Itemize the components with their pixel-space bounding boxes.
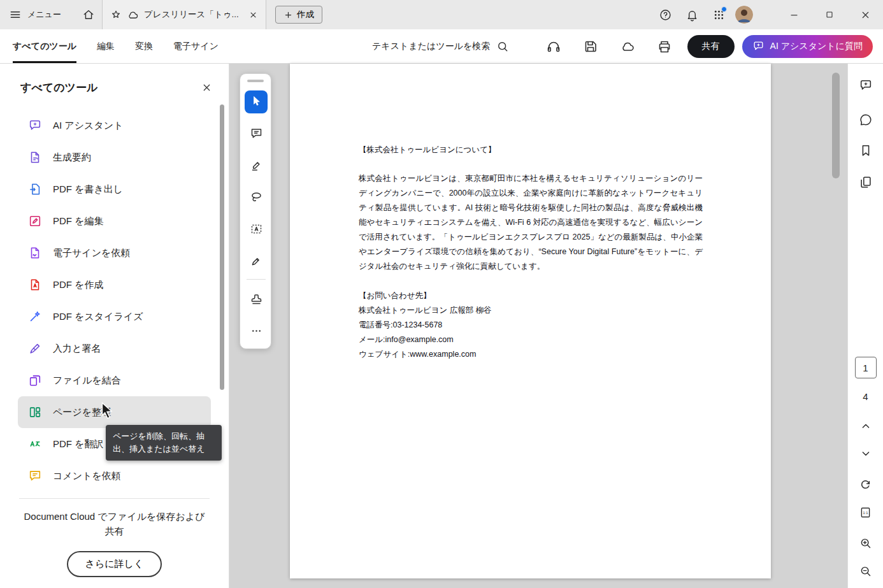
window-controls (776, 0, 883, 29)
current-page-value: 1 (863, 362, 868, 373)
panel-close-button[interactable] (197, 78, 216, 97)
toolbar-drag-handle[interactable] (247, 80, 264, 82)
print-button[interactable] (656, 38, 673, 55)
sign-tool-button[interactable] (245, 250, 268, 273)
tab-edit[interactable]: 編集 (97, 29, 115, 63)
minimize-button[interactable] (776, 0, 812, 29)
zoom-out-button[interactable] (854, 560, 878, 584)
tools-item-edit-pdf[interactable]: PDF を編集 (18, 205, 211, 237)
learn-more-button[interactable]: さらに詳しく (67, 551, 162, 577)
tools-item-create-pdf[interactable]: PDF を作成 (18, 269, 211, 301)
add-text-tool-button[interactable] (245, 219, 268, 241)
translate-pdf-icon (28, 437, 42, 451)
tools-item-generative-summary[interactable]: 生成要約 (18, 141, 211, 173)
panel-scrollbar-thumb[interactable] (220, 104, 224, 390)
export-pdf-icon (28, 182, 42, 196)
lasso-icon (250, 190, 263, 206)
ai-assistant-panel-button[interactable] (854, 74, 878, 98)
edit-pdf-icon (28, 214, 42, 228)
tool-item-label: PDF を書き出し (53, 183, 123, 196)
tab-esign[interactable]: 電子サイン (173, 29, 219, 63)
home-button[interactable] (79, 5, 98, 24)
menu-button[interactable]: メニュー (9, 0, 61, 29)
search-icon (496, 40, 509, 53)
tab-close-button[interactable] (245, 7, 261, 22)
contact-heading: 【お問い合わせ先】 (359, 289, 703, 303)
pages-icon (859, 175, 873, 191)
share-button-label: 共有 (702, 41, 720, 52)
actual-size-icon: 1:1 (859, 506, 872, 521)
document-scrollbar-thumb[interactable] (832, 73, 840, 178)
comment-tool-button[interactable] (245, 123, 268, 146)
acrobat-window: メニュー プレスリリース「トゥ... 作成 (0, 0, 883, 588)
tools-item-request-comments[interactable]: コメントを依頼 (18, 460, 211, 492)
search-field[interactable]: テキストまたはツールを検索 (372, 29, 509, 63)
zoom-in-button[interactable] (854, 532, 878, 556)
pen-nib-icon (250, 254, 263, 269)
comment-bubble-icon (250, 127, 263, 142)
close-button[interactable] (847, 0, 883, 29)
ai-assistant-button[interactable]: AI アシスタントに質問 (742, 35, 873, 58)
panel-footer-text: Document Cloud でファイルを保存および共有 (23, 509, 206, 538)
search-placeholder: テキストまたはツールを検索 (372, 41, 490, 52)
help-button[interactable] (655, 4, 675, 25)
bookmark-icon (859, 143, 873, 159)
highlighter-icon (250, 159, 263, 174)
fill-and-sign-icon (28, 341, 42, 355)
favorite-star-icon[interactable] (110, 9, 122, 20)
tools-item-combine-files[interactable]: ファイルを結合 (18, 364, 211, 396)
round-comment-icon (859, 113, 873, 129)
document-tab[interactable]: プレスリリース「トゥ... (102, 0, 266, 29)
tools-item-fill-and-sign[interactable]: 入力と署名 (18, 333, 211, 364)
save-button[interactable] (582, 38, 599, 55)
about-body: 株式会社トゥールビヨンは、東京都町田市に本社を構えるセキュリティソリューションの… (359, 171, 703, 274)
toolbar-tabs: すべてのツール 編集 変換 電子サイン (13, 29, 219, 63)
user-avatar[interactable] (735, 6, 753, 24)
page-number-input[interactable]: 1 (855, 357, 877, 378)
svg-text:1:1: 1:1 (863, 511, 868, 515)
select-tool-button[interactable] (245, 90, 268, 113)
bookmarks-panel-button[interactable] (854, 139, 878, 163)
maximize-button[interactable] (812, 0, 847, 29)
ai-assistant-icon (28, 118, 42, 133)
create-tab-button[interactable]: 作成 (275, 6, 322, 24)
lasso-tool-button[interactable] (245, 187, 268, 210)
comments-panel-button[interactable] (854, 108, 878, 133)
add-text-icon (250, 222, 263, 238)
right-rail: 1 4 1:1 (847, 64, 883, 588)
tool-item-label: ページを整理 (53, 406, 111, 419)
previous-page-button[interactable] (854, 415, 878, 439)
organize-pages-tooltip: ページを削除、回転、抽出、挿入または並べ替え (106, 425, 222, 461)
cloud-save-button[interactable] (619, 38, 636, 55)
refresh-icon (859, 478, 872, 493)
share-button[interactable]: 共有 (687, 35, 735, 58)
generative-summary-icon (28, 150, 42, 164)
page-thumbnails-button[interactable] (854, 171, 878, 195)
read-aloud-button[interactable] (545, 38, 563, 55)
actual-size-button[interactable]: 1:1 (854, 501, 878, 526)
tools-item-organize-pages[interactable]: ページを整理 (18, 396, 211, 428)
all-tools-panel: すべてのツール AI アシスタント 生成要約 (0, 64, 229, 588)
create-tab-label: 作成 (297, 9, 314, 20)
tools-item-request-esign[interactable]: 電子サインを依頼 (18, 237, 211, 269)
tools-item-export-pdf[interactable]: PDF を書き出し (18, 173, 211, 205)
tool-item-label: 生成要約 (53, 152, 91, 164)
more-tools-button[interactable] (245, 320, 268, 343)
main-toolbar: すべてのツール 編集 変換 電子サイン テキストまたはツールを検索 (0, 29, 883, 64)
refresh-button[interactable] (854, 473, 878, 498)
cloud-status-icon (127, 9, 139, 21)
combine-files-icon (28, 373, 42, 387)
tools-item-ai-assistant[interactable]: AI アシスタント (18, 110, 211, 141)
tool-item-label: PDF を翻訳 (53, 438, 104, 450)
tool-item-label: ファイルを結合 (53, 375, 121, 387)
tools-item-stylize-pdf[interactable]: PDF をスタイライズ (18, 301, 211, 333)
ai-panel-icon (859, 78, 873, 94)
tab-all-tools[interactable]: すべてのツール (13, 29, 76, 63)
next-page-button[interactable] (854, 442, 878, 466)
highlight-tool-button[interactable] (245, 155, 268, 178)
contact-line: 株式会社トゥールビヨン 広報部 柳谷 (359, 303, 703, 318)
notifications-button[interactable] (682, 4, 702, 25)
stamp-tool-button[interactable] (245, 289, 268, 312)
tab-title: プレスリリース「トゥ... (144, 9, 240, 20)
tab-convert[interactable]: 変換 (135, 29, 153, 63)
